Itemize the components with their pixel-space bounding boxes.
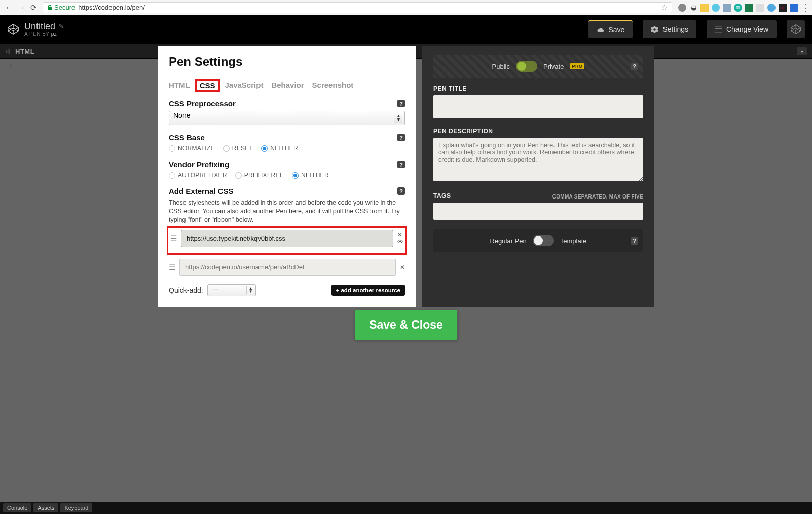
ext-icon[interactable] [678,4,686,12]
template-toggle[interactable] [533,235,554,246]
drag-handle-icon[interactable]: ☰ [170,234,177,243]
help-icon[interactable]: ? [397,161,405,168]
preprocessor-label: CSS Preprocessor [169,99,236,108]
tab-css[interactable]: CSS [195,79,220,92]
line-number: 1 [0,59,15,67]
settings-button[interactable]: Settings [643,20,696,38]
keyboard-button[interactable]: Keyboard [60,503,92,512]
ext-icon[interactable]: m [734,4,742,12]
reload-button[interactable]: ⟳ [27,3,40,12]
tags-hint: COMMA SEPARATED, MAX OF FIVE [552,194,643,200]
ext-icon[interactable] [767,4,776,12]
visibility-toggle-bar: Public Private PRO ? [433,55,643,78]
close-icon[interactable]: ✕ [397,232,403,238]
add-resource-button[interactable]: + add another resource [331,285,405,296]
app-header: Untitled ✎ A PEN BY pz Save Settings Cha… [0,15,812,44]
close-icon[interactable]: ✕ [400,264,405,270]
pen-description-input[interactable] [433,138,643,181]
save-button[interactable]: Save [588,20,633,38]
ext-icon[interactable] [790,4,798,12]
help-icon[interactable]: ? [631,63,638,70]
save-close-button[interactable]: Save & Close [355,310,457,340]
external-css-desc: These stylesheets will be added in this … [169,199,405,224]
pen-description-label: PEN DESCRIPTION [433,128,493,135]
quick-add-label: Quick-add: [169,286,203,294]
external-resource-row: ☰ ✕ [169,259,405,276]
external-resource-row: ☰ ✕ 👁 [170,230,403,247]
preprocessor-select[interactable]: None ▲▼ [169,111,405,125]
css-base-label: CSS Base [169,133,205,142]
private-label: Private [543,63,564,70]
back-button[interactable]: ← [3,3,15,13]
public-label: Public [492,63,510,70]
settings-left-panel: Pen Settings HTML CSS JavaScript Behavio… [158,46,416,307]
help-icon[interactable]: ? [397,134,405,141]
user-avatar[interactable] [787,20,805,38]
tags-input[interactable] [433,203,643,220]
template-label: Template [560,237,587,245]
help-icon[interactable]: ? [397,187,405,195]
visibility-toggle[interactable] [516,61,537,72]
author-link[interactable]: pz [51,31,57,37]
tab-behavior[interactable]: Behavior [271,81,304,90]
radio-normalize[interactable]: NORMALIZE [169,145,215,152]
settings-heading: Pen Settings [169,55,405,69]
eye-icon[interactable]: 👁 [397,239,403,245]
pen-title-input[interactable] [433,95,643,118]
codepen-logo-icon [7,23,19,35]
radio-vendor-neither[interactable]: NEITHER [292,172,329,179]
tab-screenshot[interactable]: Screenshot [312,81,354,90]
ext-icon[interactable] [745,4,753,12]
external-url-input[interactable] [181,230,393,247]
change-view-button[interactable]: Change View [707,20,777,38]
ext-icon[interactable] [700,4,709,12]
radio-autoprefixer[interactable]: AUTOPREFIXER [169,172,227,179]
chrome-menu-icon[interactable]: ⋮ [801,2,809,13]
pencil-icon[interactable]: ✎ [58,23,64,30]
external-css-label: Add External CSS [169,187,234,195]
star-icon[interactable]: ☆ [661,3,668,12]
tab-html[interactable]: HTML [169,81,190,90]
forward-button[interactable]: → [15,3,27,13]
pen-subtitle: A PEN BY pz [24,31,64,37]
pen-title[interactable]: Untitled [24,22,55,32]
layout-icon [715,26,722,33]
quick-add-select[interactable]: --- ▲▼ [207,284,256,296]
template-toggle-bar: Regular Pen Template ? [433,229,643,252]
help-icon[interactable]: ? [631,237,638,245]
settings-tabs: HTML CSS JavaScript Behavior Screenshot [169,75,405,90]
footer-bar: Console Assets Keyboard [0,502,812,514]
drag-handle-icon[interactable]: ☰ [169,263,175,272]
svg-rect-0 [715,27,722,32]
console-button[interactable]: Console [3,503,31,512]
chevron-down-icon[interactable]: ▾ [797,47,807,55]
gear-icon[interactable]: ⚙ [5,48,11,55]
cloud-icon [597,26,604,34]
browser-chrome: ← → ⟳ Secure https://codepen.io/pen/ ☆ ◒… [0,0,812,15]
vendor-prefixing-label: Vendor Prefixing [169,160,229,169]
settings-right-panel: Public Private PRO ? PEN TITLE PEN DESCR… [422,46,654,307]
pen-title-label: PEN TITLE [433,85,467,92]
tab-javascript[interactable]: JavaScript [225,81,264,90]
tags-label: TAGS [433,192,451,200]
help-icon[interactable]: ? [397,100,405,107]
url-bar[interactable]: Secure https://codepen.io/pen/ ☆ [43,2,672,13]
ext-icon[interactable] [712,4,720,12]
ext-icon[interactable]: x [779,4,787,12]
ext-icon[interactable] [723,4,731,12]
radio-neither[interactable]: NEITHER [261,145,298,152]
gear-icon [651,26,658,33]
settings-modal: Pen Settings HTML CSS JavaScript Behavio… [158,46,654,307]
external-url-input[interactable] [179,259,396,276]
ext-icon[interactable] [756,4,764,12]
assets-button[interactable]: Assets [33,503,58,512]
url-text: https://codepen.io/pen/ [78,4,145,11]
codepen-logo-icon [790,24,801,35]
regular-pen-label: Regular Pen [490,237,526,245]
secure-label: Secure [54,4,75,11]
pocket-icon[interactable]: ◒ [689,4,697,12]
workspace: ⚙ HTML ▾ 1 Pen Settings HTML CSS JavaScr… [0,44,812,502]
radio-prefixfree[interactable]: PREFIXFREE [235,172,284,179]
radio-reset[interactable]: RESET [223,145,253,152]
extension-icons: ◒ m x ⋮ [675,2,809,13]
